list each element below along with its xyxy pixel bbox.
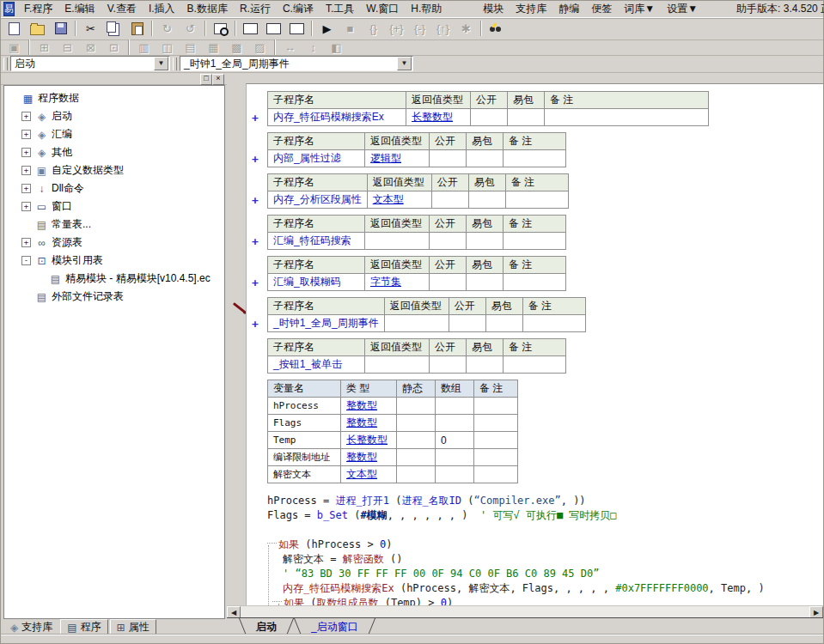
note-cell[interactable] — [504, 356, 566, 374]
static-cell[interactable] — [397, 432, 436, 449]
menu-item[interactable]: F.程序 — [18, 2, 58, 16]
epackage-cell[interactable] — [467, 233, 504, 250]
public-cell[interactable] — [430, 233, 467, 250]
fuzzy-search-button[interactable] — [485, 19, 507, 39]
window-split-left-button[interactable] — [240, 19, 261, 39]
menu-item[interactable]: W.窗口 — [360, 2, 405, 16]
float-panel-button[interactable]: □ — [200, 74, 212, 85]
menu-extra-item[interactable]: 支持库 — [510, 2, 552, 16]
expand-rows-button[interactable]: + — [252, 154, 259, 165]
array-cell[interactable] — [436, 398, 474, 415]
tree-expander[interactable]: + — [21, 130, 31, 139]
panel-tab-program[interactable]: ▤程序 — [60, 619, 107, 635]
cut-button[interactable]: ✂ — [80, 19, 101, 39]
window-split-grid-button[interactable] — [286, 19, 308, 39]
tree-expander[interactable]: + — [21, 112, 31, 121]
menu-item[interactable]: R.运行 — [234, 2, 277, 16]
chevron-down-icon[interactable]: ▼ — [397, 57, 412, 70]
tree-item[interactable]: +∞资源表 — [4, 234, 224, 252]
variable-name-cell[interactable]: 编译限制地址 — [268, 449, 341, 466]
horizontal-scrollbar[interactable]: ◀ ▶ — [227, 605, 823, 618]
menu-item[interactable]: V.查看 — [101, 2, 143, 16]
note-cell[interactable] — [522, 315, 585, 332]
new-file-button[interactable] — [3, 19, 25, 39]
subroutine-name-cell[interactable]: 汇编_取模糊码 — [268, 274, 365, 291]
note-cell[interactable] — [474, 449, 518, 466]
find-button[interactable] — [210, 19, 231, 39]
tree-expander[interactable]: + — [21, 238, 31, 247]
epackage-cell[interactable] — [508, 109, 545, 126]
tree-item[interactable]: ▦程序数据 — [4, 89, 224, 107]
note-cell[interactable] — [474, 398, 518, 415]
public-cell[interactable] — [449, 315, 485, 332]
panel-tab-support-lib[interactable]: ◈支持库 — [4, 620, 58, 635]
return-type-cell[interactable]: 逻辑型 — [365, 150, 430, 167]
window-split-top-button[interactable] — [263, 19, 284, 39]
menu-item[interactable]: B.数据库 — [181, 2, 234, 16]
note-cell[interactable] — [504, 233, 566, 250]
tree-item[interactable]: -⊡模块引用表 — [4, 252, 224, 270]
tree-item[interactable]: +◈汇编 — [4, 125, 224, 143]
return-type-cell[interactable]: 文本型 — [367, 191, 431, 209]
note-cell[interactable] — [474, 415, 518, 432]
static-cell[interactable] — [397, 449, 436, 466]
menu-item[interactable]: C.编译 — [277, 2, 320, 16]
paste-button[interactable] — [126, 19, 148, 39]
subroutine-name-cell[interactable]: _按钮1_被单击 — [268, 356, 365, 374]
code-line[interactable]: ' “83 BD 30 FF FF FF 00 0F 94 C0 0F B6 C… — [267, 567, 823, 581]
return-type-cell[interactable] — [365, 233, 430, 250]
scroll-left-button[interactable]: ◀ — [227, 606, 241, 618]
scroll-right-button[interactable]: ▶ — [809, 606, 823, 618]
tree-item[interactable]: ▤精易模块 - 精易模块[v10.4.5].ec — [4, 270, 224, 288]
epackage-cell[interactable] — [485, 315, 522, 332]
editor-content[interactable]: +子程序名返回值类型公开易包备 注内存_特征码模糊搜索Ex长整数型+子程序名返回… — [246, 83, 823, 606]
subroutine-name-cell[interactable]: 内存_特征码模糊搜索Ex — [268, 109, 406, 126]
code-line[interactable]: 如果 (hProcess > 0) — [267, 538, 823, 552]
public-cell[interactable] — [431, 191, 468, 209]
menu-item[interactable]: E.编辑 — [58, 2, 101, 16]
array-cell[interactable]: 0 — [436, 432, 474, 449]
code-line[interactable]: hProcess = 进程_打开1 (进程_名取ID (“Compiler.ex… — [267, 494, 823, 508]
event-combobox[interactable]: _时钟1_全局_周期事件 ▼ — [180, 56, 413, 71]
expand-rows-button[interactable]: + — [252, 319, 259, 330]
tree-item[interactable]: +◈其他 — [4, 143, 224, 161]
menu-extra-item[interactable]: 模块 — [477, 2, 510, 16]
public-cell[interactable] — [430, 274, 467, 291]
editor-tab[interactable]: 启动 — [245, 618, 288, 635]
static-cell[interactable] — [397, 398, 436, 415]
tree-expander[interactable]: + — [21, 166, 31, 175]
expand-rows-button[interactable]: + — [252, 195, 259, 206]
variable-name-cell[interactable]: hProcess — [268, 398, 341, 415]
expand-rows-button[interactable]: + — [252, 277, 259, 289]
array-cell[interactable] — [436, 415, 474, 432]
variable-type-cell[interactable]: 整数型 — [341, 415, 397, 432]
subroutine-name-cell[interactable]: 汇编_特征码搜索 — [268, 233, 365, 250]
tree-expander[interactable]: - — [21, 256, 31, 265]
static-cell[interactable] — [397, 466, 436, 483]
tree-item[interactable]: ▤外部文件记录表 — [4, 288, 224, 306]
run-button[interactable]: ▶ — [316, 19, 338, 39]
tree-expander[interactable]: + — [21, 202, 31, 211]
epackage-cell[interactable] — [467, 274, 504, 291]
return-type-cell[interactable] — [365, 356, 430, 374]
code-block[interactable]: hProcess = 进程_打开1 (进程_名取ID (“Compiler.ex… — [267, 494, 823, 606]
return-type-cell[interactable]: 字节集 — [365, 274, 430, 291]
note-cell[interactable] — [545, 109, 709, 126]
tree-item[interactable]: ▤常量表... — [4, 216, 224, 234]
note-cell[interactable] — [504, 274, 566, 291]
expand-rows-button[interactable]: + — [252, 112, 259, 124]
note-cell[interactable] — [474, 432, 518, 449]
close-panel-button[interactable]: × — [212, 74, 224, 85]
scope-combobox[interactable]: 启动 ▼ — [10, 56, 170, 71]
menu-extra-item[interactable]: 设置▼ — [661, 2, 704, 16]
note-cell[interactable] — [504, 150, 566, 167]
code-line[interactable] — [267, 523, 823, 538]
tree-expander[interactable]: + — [21, 148, 31, 157]
variable-name-cell[interactable]: 解密文本 — [268, 466, 341, 483]
subroutine-name-cell[interactable]: 内存_分析区段属性 — [268, 191, 368, 209]
tree-expander[interactable]: + — [21, 184, 31, 193]
menu-extra-item[interactable]: 词库▼ — [618, 2, 661, 16]
chevron-down-icon[interactable]: ▼ — [154, 57, 168, 70]
editor-tab[interactable]: _启动窗口 — [300, 618, 369, 635]
variable-type-cell[interactable]: 长整数型 — [341, 432, 397, 449]
